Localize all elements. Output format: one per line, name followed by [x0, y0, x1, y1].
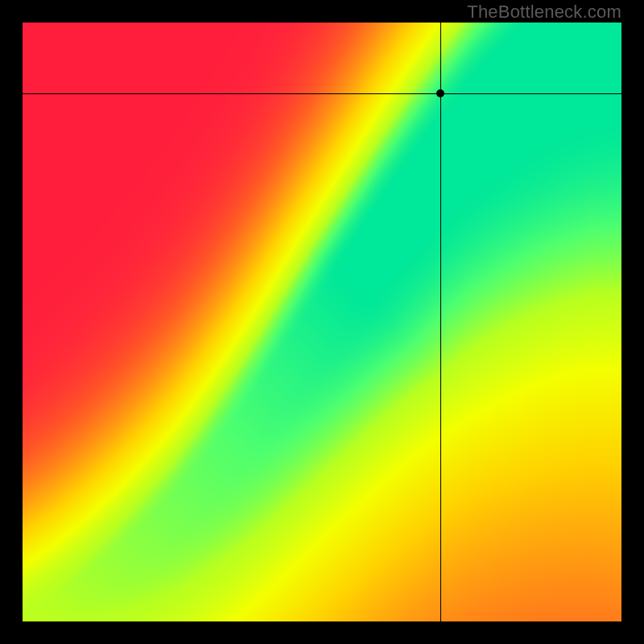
heatmap-canvas — [23, 23, 621, 621]
watermark-text: TheBottleneck.com — [467, 2, 621, 23]
plot-area — [23, 23, 621, 621]
chart-frame: TheBottleneck.com — [0, 0, 644, 644]
